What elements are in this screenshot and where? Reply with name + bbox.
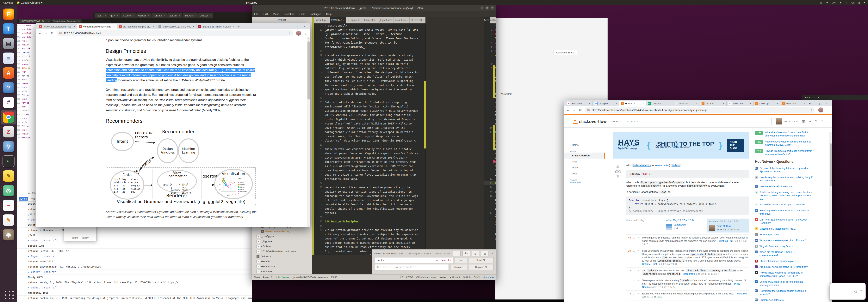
find-input[interactable]: lacks no results	[374, 257, 453, 263]
tab-close-icon[interactable]: ✕	[178, 14, 180, 17]
tab-close-icon[interactable]: ✕	[749, 102, 751, 105]
background-tab[interactable]: 206.pdf✕	[198, 13, 213, 19]
activities-button[interactable]: Activities	[3, 1, 13, 4]
nav-item[interactable]: Users	[564, 165, 605, 171]
site-info-icon[interactable]: ⓘ	[59, 31, 62, 35]
tab-close-icon[interactable]: ✕	[194, 14, 196, 17]
tree-file-item[interactable]: ≡ favicon.ico	[252, 254, 312, 259]
cursor-position[interactable]: 25:50	[331, 276, 337, 279]
share-link[interactable]: share	[626, 219, 632, 222]
products-menu[interactable]: Products	[611, 120, 621, 123]
close-button[interactable]: ✕	[491, 6, 494, 9]
editor-tab[interactable]: default-sc…	[394, 17, 410, 24]
browser-menu-icon[interactable]: ⋮	[304, 31, 307, 35]
linked-question[interactable]: 7433 How to check whether a string conta…	[755, 140, 813, 146]
console-log-row[interactable]: return: Moody, D., 2009. The "Physics" o…	[17, 280, 252, 285]
tab-close-icon[interactable]: ✕	[78, 20, 80, 23]
console-log-row[interactable]: return: Bertin, J., 1983. Se	[17, 248, 252, 254]
browser-tab[interactable]: ● vis-recommender.png (12 ✕	[117, 24, 157, 29]
maximize-button[interactable]: ▢	[819, 102, 822, 105]
tab-close-icon[interactable]: ✕	[669, 102, 671, 105]
tab-close-icon[interactable]: ✕	[723, 102, 725, 105]
bookmark-icon[interactable]: ☆	[810, 108, 813, 111]
console-log-row[interactable]: Mackinlay 1986	[17, 290, 252, 296]
tree-file-item[interactable]: ≡ Gemfile.lock	[252, 264, 312, 269]
background-tab[interactable]: IDEALS✕	[183, 13, 198, 19]
gimp-icon[interactable]: ● ◉	[1, 228, 16, 242]
scroll-down-arrow[interactable]: ▾	[308, 224, 309, 226]
inbox-icon[interactable]: ▣	[802, 120, 805, 124]
hot-question[interactable]: V Matchmaker, Matchmaker, ma…	[755, 227, 813, 230]
forward-button[interactable]: →	[45, 31, 48, 35]
nav-item[interactable]: What's this?	[564, 181, 605, 183]
profile-avatar[interactable]	[818, 107, 823, 112]
browser-tab[interactable]: ≡ Object.pr ✕	[753, 101, 780, 106]
hot-question[interactable]: ✈ Can I call 112 to check a polic… the C…	[755, 218, 813, 225]
upvote-button[interactable]: ▲	[613, 164, 622, 169]
tray-icon[interactable]: ▮	[858, 1, 860, 4]
libreoffice-writer-icon[interactable]: ≡	[1, 51, 16, 66]
stackoverflow-logo[interactable]: stackoverflow	[573, 119, 607, 124]
minimize-button[interactable]: —	[480, 6, 484, 9]
tree-file-item[interactable]: ≡ 2019-06-26-bidaml.markdown	[252, 249, 312, 254]
browser-tab[interactable]: ● view-source:127.0.0.1:400 ✕	[157, 24, 196, 29]
community-avatar[interactable]	[666, 224, 672, 230]
console-log-row[interactable]: ▸ Object [ span.ref ]	[17, 254, 252, 259]
mention-icon[interactable]: @	[854, 290, 857, 293]
github-indicator[interactable]: GitHub	[463, 276, 470, 279]
tray-icon[interactable]: ᛒ	[845, 1, 847, 4]
scrollbar-thumb[interactable]	[830, 143, 832, 186]
background-tab[interactable]: Visualisation Recomme✕	[52, 19, 82, 23]
scroll-up-arrow[interactable]: ▲	[830, 132, 832, 134]
browser-tab[interactable]: ≡ How to d ✕	[780, 101, 807, 106]
reload-button[interactable]: ⟳	[51, 31, 54, 35]
scroll-up-arrow[interactable]: ▲	[308, 38, 310, 39]
tree-file-item[interactable]: ≡ .gitignore	[252, 239, 312, 244]
console-log-row[interactable]: return: Mackinlay, J., 1986. Automating …	[17, 296, 252, 301]
sticky-notes-icon[interactable]: ●●● ✎	[1, 169, 16, 183]
focused-app-menu[interactable]: Google Chrome ▾	[17, 1, 42, 4]
tab-close-icon[interactable]: ✕	[132, 14, 134, 17]
tray-icon[interactable]: ✦	[826, 1, 828, 4]
current-file-path[interactable]: _posts/2019-07-05-vis.markdown	[292, 276, 328, 279]
editor-tab[interactable]: default-p…	[314, 17, 330, 24]
tree-file-item[interactable]: ≡ Gemfile	[252, 259, 312, 264]
menu-item[interactable]: Selection	[284, 12, 294, 15]
site-switcher-icon[interactable]: ≡	[821, 120, 823, 123]
nav-item[interactable]: TEAMS	[564, 179, 605, 181]
editor-tab[interactable]: ⌕ Project Fi	[346, 17, 362, 24]
grammar-indicator[interactable]: GitHub Markdown	[416, 276, 436, 279]
comment-upvote-icon[interactable]: ▲	[633, 269, 636, 276]
tray-icon[interactable]: 2%	[832, 1, 836, 4]
background-tab[interactable]: vizDeck✕	[121, 13, 136, 19]
responsive-icon[interactable]: ▭	[23, 192, 25, 195]
presentation-icon[interactable]: ●●●● ∽	[1, 198, 16, 213]
editor-tab[interactable]: post.html	[490, 17, 496, 24]
new-tab-button[interactable]: +	[236, 24, 241, 29]
hot-question[interactable]: ◍ How is angular momentum co… orbiting b…	[755, 176, 813, 182]
clear-console-icon[interactable]: ⊘	[28, 192, 30, 195]
hot-question[interactable]: ◐ Storming Area 51	[755, 233, 813, 236]
hot-question[interactable]: H When did the Roman Empire … contempora…	[755, 250, 813, 257]
page-scrollbar[interactable]: ▲ ▾	[829, 132, 832, 302]
hot-question[interactable]: ux Should disabled buttons give … clicke…	[755, 203, 813, 206]
lock-icon[interactable]: ⓘ	[587, 108, 590, 112]
updates-indicator[interactable]: 4 updates	[484, 276, 494, 279]
minimize-button[interactable]: —	[290, 25, 293, 28]
profile-avatar[interactable]	[296, 31, 301, 36]
ad-cta-button[interactable]: READ THE BLOG	[727, 139, 744, 152]
tab-close-icon[interactable]: ✕	[776, 102, 778, 105]
hot-question[interactable]: & Why do Americans say "less t…	[755, 244, 813, 248]
show-applications-button[interactable]	[3, 289, 14, 299]
console-log-row[interactable]: /0-38…	[17, 233, 252, 238]
yed-icon[interactable]: y	[1, 139, 16, 154]
replace-button[interactable]: Replace	[451, 264, 467, 270]
console-log-row[interactable]: ▸ Object [ span.ref ]	[17, 285, 252, 290]
thunderbird-icon[interactable]: T	[1, 22, 16, 36]
git-push-indicator[interactable]: Push 3	[453, 276, 460, 279]
browser-tab[interactable]: I IDEALS @ Illinois: VizDec ✕	[196, 24, 236, 29]
atom-title-bar[interactable]: 2019-07-05-vis.markdown — _posts — ~/src…	[252, 5, 496, 11]
menu-item[interactable]: Find	[300, 12, 305, 15]
console-log-row[interactable]: Moody 2009	[17, 275, 252, 280]
hot-question[interactable]: RU What are some examples of s… Russian?	[755, 239, 813, 242]
